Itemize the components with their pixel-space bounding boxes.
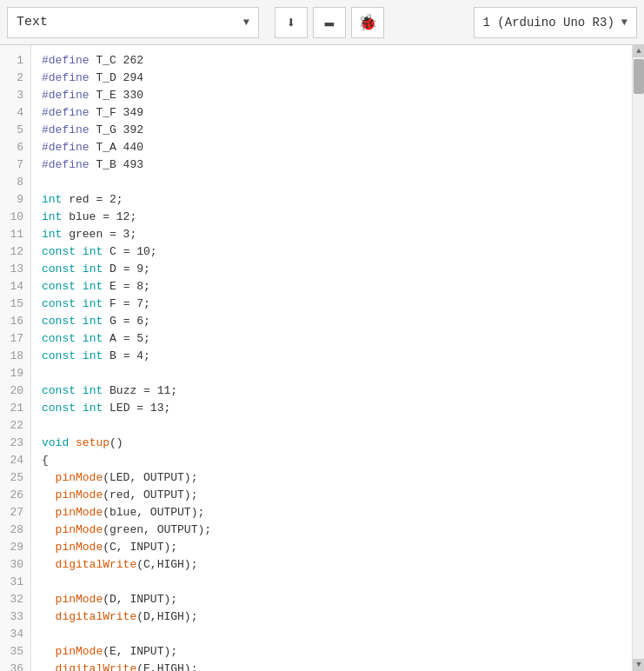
board-label: 1 (Arduino Uno R3) (483, 16, 614, 30)
line-number: 25 (0, 469, 30, 487)
scroll-thumb[interactable] (634, 59, 644, 94)
code-line: digitalWrite(D,HIGH); (42, 608, 621, 626)
code-line: #define T_A 440 (42, 139, 621, 156)
code-line: digitalWrite(E,HIGH); (42, 661, 621, 671)
code-line: #define T_B 493 (42, 156, 621, 174)
code-line: int blue = 12; (42, 209, 621, 226)
line-number: 22 (0, 417, 30, 435)
line-number: 24 (0, 452, 30, 469)
code-editor[interactable]: #define T_C 262#define T_D 294#define T_… (31, 45, 632, 671)
line-number: 33 (0, 608, 30, 626)
code-line: const int F = 7; (42, 296, 621, 313)
code-line: const int D = 9; (42, 261, 621, 278)
code-line: const int E = 8; (42, 278, 621, 296)
chevron-down-icon: ▼ (243, 17, 249, 29)
line-number: 4 (0, 104, 30, 122)
mode-dropdown[interactable]: Text ▼ (7, 7, 259, 38)
line-number: 28 (0, 522, 30, 539)
archive-icon: ▬ (325, 14, 335, 31)
line-number: 2 (0, 70, 30, 87)
scroll-up-button[interactable]: ▲ (633, 45, 644, 57)
code-line: pinMode(green, OUTPUT); (42, 522, 621, 539)
download-icon: ⬇ (287, 13, 296, 32)
line-number: 5 (0, 122, 30, 139)
code-line: const int G = 6; (42, 313, 621, 330)
line-number: 9 (0, 191, 30, 209)
code-line (42, 626, 621, 643)
code-line: pinMode(E, INPUT); (42, 643, 621, 661)
board-dropdown[interactable]: 1 (Arduino Uno R3) ▼ (474, 7, 637, 38)
code-line: pinMode(D, INPUT); (42, 591, 621, 608)
code-line: #define T_D 294 (42, 70, 621, 87)
line-number: 13 (0, 261, 30, 278)
archive-button[interactable]: ▬ (313, 7, 346, 38)
code-line: int red = 2; (42, 191, 621, 209)
line-number: 31 (0, 574, 30, 591)
line-numbers: 1234567891011121314151617181920212223242… (0, 45, 31, 671)
scrollbar[interactable]: ▲ ▼ (632, 45, 644, 671)
toolbar: Text ▼ ⬇ ▬ 🐞 1 (Arduino Uno R3) ▼ (0, 0, 644, 45)
line-number: 14 (0, 278, 30, 296)
code-line: #define T_F 349 (42, 104, 621, 122)
code-line: #define T_E 330 (42, 87, 621, 104)
line-number: 19 (0, 365, 30, 382)
code-line (42, 365, 621, 382)
line-number: 29 (0, 539, 30, 556)
code-line: pinMode(C, INPUT); (42, 539, 621, 556)
line-number: 6 (0, 139, 30, 156)
code-line: #define T_C 262 (42, 52, 621, 70)
line-number: 1 (0, 52, 30, 70)
code-line (42, 417, 621, 435)
line-number: 35 (0, 643, 30, 661)
code-line: #define T_G 392 (42, 122, 621, 139)
line-number: 12 (0, 243, 30, 261)
code-line (42, 174, 621, 191)
code-line: pinMode(LED, OUTPUT); (42, 469, 621, 487)
line-number: 18 (0, 348, 30, 365)
line-number: 10 (0, 209, 30, 226)
line-number: 34 (0, 626, 30, 643)
line-number: 3 (0, 87, 30, 104)
line-number: 23 (0, 435, 30, 452)
code-line: const int A = 5; (42, 330, 621, 348)
scroll-down-button[interactable]: ▼ (633, 659, 644, 671)
line-number: 26 (0, 487, 30, 504)
line-number: 21 (0, 400, 30, 417)
code-line: pinMode(red, OUTPUT); (42, 487, 621, 504)
code-container: 1234567891011121314151617181920212223242… (0, 45, 644, 671)
line-number: 32 (0, 591, 30, 608)
line-number: 16 (0, 313, 30, 330)
code-line (42, 574, 621, 591)
code-line: pinMode(blue, OUTPUT); (42, 504, 621, 522)
line-number: 27 (0, 504, 30, 522)
line-number: 17 (0, 330, 30, 348)
line-number: 30 (0, 556, 30, 574)
debug-button[interactable]: 🐞 (351, 7, 384, 38)
code-line: const int B = 4; (42, 348, 621, 365)
line-number: 8 (0, 174, 30, 191)
mode-label: Text (17, 15, 48, 30)
code-line: digitalWrite(C,HIGH); (42, 556, 621, 574)
code-line: { (42, 452, 621, 469)
download-button[interactable]: ⬇ (275, 7, 308, 38)
code-line: const int Buzz = 11; (42, 382, 621, 400)
line-number: 36 (0, 661, 30, 671)
line-number: 20 (0, 382, 30, 400)
board-chevron-icon: ▼ (621, 17, 627, 29)
code-line: const int C = 10; (42, 243, 621, 261)
code-line: const int LED = 13; (42, 400, 621, 417)
code-line: void setup() (42, 435, 621, 452)
code-line: int green = 3; (42, 226, 621, 243)
line-number: 15 (0, 296, 30, 313)
debug-icon: 🐞 (358, 13, 377, 32)
line-number: 11 (0, 226, 30, 243)
line-number: 7 (0, 156, 30, 174)
